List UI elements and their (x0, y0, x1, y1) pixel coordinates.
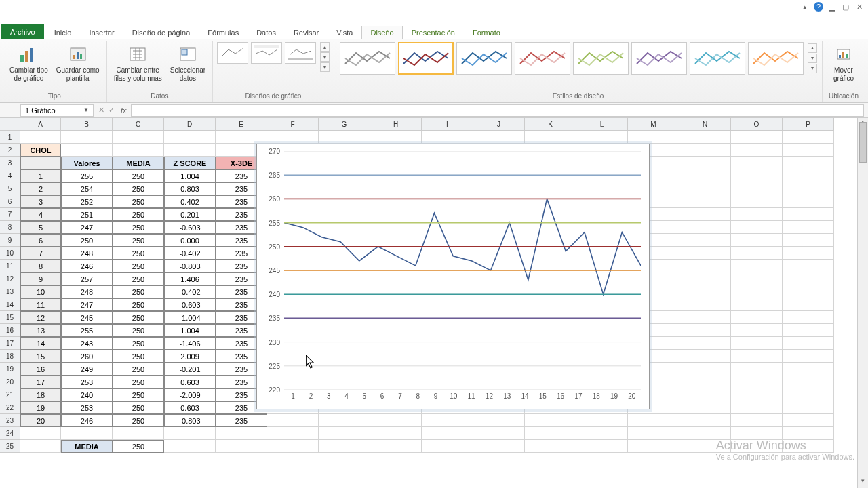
cell[interactable]: 0.402 (164, 195, 216, 208)
cell[interactable]: 15 (20, 350, 61, 363)
cell[interactable]: 11 (20, 298, 61, 311)
cell[interactable] (370, 440, 422, 453)
cell[interactable]: 255 (61, 169, 113, 182)
tab-diseno-pagina[interactable]: Diseño de página (123, 26, 199, 39)
cell[interactable]: 7 (20, 247, 61, 260)
cell[interactable]: 1.004 (164, 169, 216, 182)
cell[interactable]: 247 (61, 298, 113, 311)
col-header-L[interactable]: L (576, 118, 628, 131)
cell[interactable] (731, 260, 783, 272)
cell[interactable] (731, 144, 783, 157)
layout-2[interactable] (251, 42, 282, 64)
cell[interactable]: 4 (20, 208, 61, 221)
cell[interactable]: 250 (113, 208, 164, 221)
cell[interactable] (473, 131, 525, 144)
cell[interactable] (731, 375, 783, 388)
cell[interactable] (20, 440, 61, 453)
cell[interactable]: 250 (113, 388, 164, 401)
cell[interactable]: 250 (113, 401, 164, 414)
tab-diseno[interactable]: Diseño (361, 26, 402, 39)
cell[interactable] (783, 272, 834, 285)
cell[interactable]: MEDIA (61, 440, 113, 453)
cell[interactable] (113, 131, 164, 144)
move-chart-button[interactable]: Mover gráfico (827, 42, 861, 84)
cell[interactable]: -0.803 (164, 414, 216, 427)
cell[interactable] (783, 401, 834, 414)
style-1[interactable] (340, 42, 395, 75)
tab-inicio[interactable]: Inicio (45, 26, 81, 39)
cell[interactable] (370, 131, 422, 144)
cell[interactable] (679, 169, 731, 182)
cell[interactable] (679, 234, 731, 247)
cell[interactable]: 250 (113, 375, 164, 388)
cell[interactable] (216, 440, 267, 453)
cell[interactable]: Valores (61, 157, 113, 169)
scroll-thumb[interactable] (859, 122, 867, 163)
cell[interactable]: 20 (20, 414, 61, 427)
col-header-P[interactable]: P (783, 118, 834, 131)
cell[interactable] (783, 260, 834, 272)
row-header-16[interactable]: 16 (0, 324, 20, 337)
cell[interactable]: 0.803 (164, 182, 216, 195)
col-header-F[interactable]: F (267, 118, 319, 131)
cell[interactable]: 250 (113, 440, 164, 453)
cell[interactable] (525, 414, 576, 427)
cell[interactable] (783, 375, 834, 388)
cell[interactable] (61, 131, 113, 144)
cell[interactable]: 10 (20, 285, 61, 298)
tab-file[interactable]: Archivo (1, 24, 44, 39)
cell[interactable] (422, 414, 473, 427)
cell[interactable]: 9 (20, 272, 61, 285)
style-6[interactable] (631, 42, 687, 75)
cell[interactable] (783, 182, 834, 195)
cell[interactable]: -1.004 (164, 311, 216, 324)
style-4[interactable] (515, 42, 570, 75)
cell[interactable] (783, 144, 834, 157)
cell[interactable] (679, 144, 731, 157)
cell[interactable] (576, 427, 628, 440)
row-header-10[interactable]: 10 (0, 247, 20, 260)
close-icon[interactable]: ✕ (854, 2, 864, 12)
cell[interactable]: 250 (113, 169, 164, 182)
row-header-6[interactable]: 6 (0, 195, 20, 208)
cell[interactable]: 13 (20, 324, 61, 337)
style-7[interactable] (690, 42, 745, 75)
cell[interactable] (783, 388, 834, 401)
cell[interactable] (576, 131, 628, 144)
cell[interactable]: 17 (20, 375, 61, 388)
cell[interactable] (783, 414, 834, 427)
cell[interactable] (319, 440, 370, 453)
cell[interactable]: 243 (61, 337, 113, 350)
cell[interactable]: 250 (113, 363, 164, 375)
name-box[interactable]: 1 Gráfico ▼ (20, 104, 94, 117)
cell[interactable]: 250 (113, 285, 164, 298)
cell[interactable]: -2.009 (164, 388, 216, 401)
cell[interactable]: 0.603 (164, 401, 216, 414)
tab-datos[interactable]: Datos (248, 26, 285, 39)
select-data-button[interactable]: Seleccionar datos (167, 42, 208, 84)
style-5[interactable] (573, 42, 629, 75)
cell[interactable] (216, 427, 267, 440)
cell[interactable]: -0.803 (164, 260, 216, 272)
cell[interactable]: -0.402 (164, 247, 216, 260)
cell[interactable] (731, 350, 783, 363)
cell[interactable]: 250 (113, 234, 164, 247)
col-header-J[interactable]: J (473, 118, 525, 131)
cell[interactable] (731, 157, 783, 169)
cell[interactable] (731, 247, 783, 260)
cell[interactable] (319, 427, 370, 440)
chart-plot-area[interactable] (284, 151, 641, 390)
cell[interactable] (20, 131, 61, 144)
cell[interactable]: 3 (20, 195, 61, 208)
cell[interactable] (628, 440, 679, 453)
cell[interactable]: 253 (61, 375, 113, 388)
cell[interactable]: 18 (20, 388, 61, 401)
fx-cancel-icon[interactable]: ✕ (96, 106, 106, 115)
cell[interactable] (731, 272, 783, 285)
cell[interactable] (370, 414, 422, 427)
cell[interactable] (731, 221, 783, 234)
cell[interactable] (164, 144, 216, 157)
cell[interactable] (783, 247, 834, 260)
cell[interactable] (61, 144, 113, 157)
cell[interactable] (679, 414, 731, 427)
